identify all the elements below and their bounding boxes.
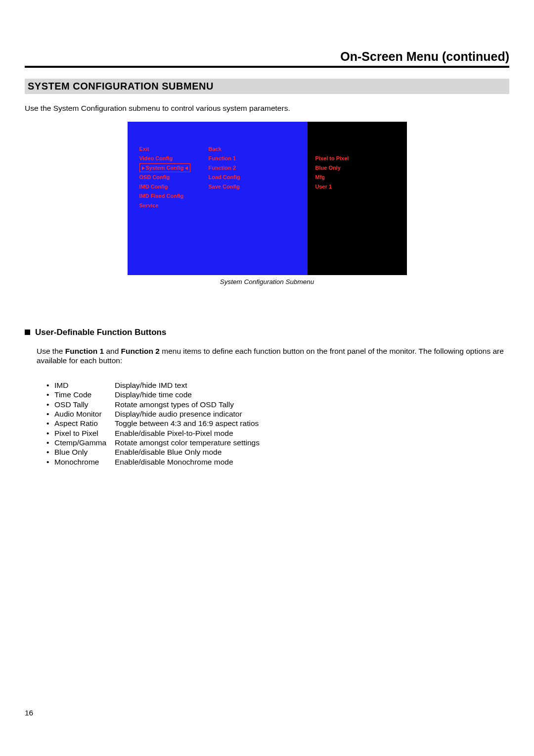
osd-value-item: Blue Only (315, 163, 402, 173)
option-row: •MonochromeEnable/disable Monochrome mod… (46, 457, 509, 467)
bullet-icon: • (46, 390, 54, 399)
option-name: Monochrome (54, 457, 115, 467)
sub-para-b1: Function 1 (65, 347, 104, 355)
sub-para-mid: and (104, 347, 121, 355)
osd-black-panel: Pixel to PixelBlue OnlyMfgUser 1 (308, 122, 407, 275)
osd-figure-wrap: ExitVideo ConfigSystem ConfigOSD ConfigI… (25, 122, 509, 286)
option-desc: Rotate amongst color temperature setting… (115, 438, 509, 447)
option-name: OSD Tally (54, 400, 115, 409)
triangle-left-icon (185, 166, 188, 170)
option-name: Aspect Ratio (54, 419, 115, 428)
options-list: •IMDDisplay/hide IMD text•Time CodeDispl… (37, 380, 509, 467)
option-desc: Enable/disable Pixel-to-Pixel mode (115, 428, 509, 438)
osd-menu-item: Service (139, 201, 209, 210)
sub-para-pre: Use the (37, 347, 65, 355)
intro-text: Use the System Configuration submenu to … (25, 104, 509, 113)
osd-menu-item: Back (209, 144, 298, 154)
option-name: Audio Monitor (54, 409, 115, 419)
sub-heading: User-Definable Function Buttons (25, 328, 509, 337)
page-title: On-Screen Menu (continued) (25, 49, 509, 68)
bullet-icon: • (46, 400, 54, 409)
triangle-right-icon (142, 166, 145, 170)
figure-caption: System Configuration Submenu (128, 278, 407, 285)
bullet-icon: • (46, 409, 54, 419)
option-row: •OSD TallyRotate amongst types of OSD Ta… (46, 400, 509, 409)
osd-menu-item: Save Config (209, 182, 298, 191)
osd-menu-item: IMD Config (139, 182, 209, 191)
option-row: •Blue OnlyEnable/disable Blue Only mode (46, 447, 509, 457)
option-name: IMD (54, 380, 115, 390)
sub-paragraph: Use the Function 1 and Function 2 menu i… (37, 346, 509, 366)
option-desc: Display/hide time code (115, 390, 509, 399)
sub-body: Use the Function 1 and Function 2 menu i… (25, 346, 509, 467)
section-heading: SYSTEM CONFIGURATION SUBMENU (25, 79, 509, 94)
bullet-icon: • (46, 447, 54, 457)
sub-para-b2: Function 2 (121, 347, 160, 355)
option-desc: Enable/disable Blue Only mode (115, 447, 509, 457)
option-desc: Display/hide IMD text (115, 380, 509, 390)
bullet-icon: • (46, 457, 54, 467)
osd-menu-item: Function 2 (209, 163, 298, 173)
osd-menu-col1: ExitVideo ConfigSystem ConfigOSD ConfigI… (139, 144, 209, 210)
option-desc: Enable/disable Monochrome mode (115, 457, 509, 467)
option-desc: Rotate amongst types of OSD Tally (115, 400, 509, 409)
option-name: Blue Only (54, 447, 115, 457)
osd-menu-col2: BackFunction 1Function 2Load ConfigSave … (209, 144, 298, 210)
option-row: •IMDDisplay/hide IMD text (46, 380, 509, 390)
osd-menu-item: Function 1 (209, 154, 298, 163)
bullet-icon: • (46, 438, 54, 447)
osd-menu-item: Load Config (209, 173, 298, 182)
osd-blue-panel: ExitVideo ConfigSystem ConfigOSD ConfigI… (128, 122, 308, 275)
osd-menu-col3: Pixel to PixelBlue OnlyMfgUser 1 (315, 144, 402, 191)
osd-menu-item-selected: System Config (139, 163, 190, 172)
option-row: •Aspect RatioToggle between 4:3 and 16:9… (46, 419, 509, 428)
osd-menu-item-label: System Config (146, 165, 184, 171)
osd-screen: ExitVideo ConfigSystem ConfigOSD ConfigI… (128, 122, 407, 275)
osd-menu-item: OSD Config (139, 173, 209, 182)
option-name: Ctemp/Gamma (54, 438, 115, 447)
bullet-icon: • (46, 419, 54, 428)
page-number: 16 (25, 709, 33, 717)
osd-menu-item: Exit (139, 144, 209, 154)
osd-value-item: Mfg (315, 173, 402, 182)
bullet-icon: • (46, 428, 54, 438)
osd-menu-item: IMD Fixed Config (139, 191, 209, 201)
osd-value-item: User 1 (315, 182, 402, 191)
option-row: •Time CodeDisplay/hide time code (46, 390, 509, 399)
option-row: •Pixel to PixelEnable/disable Pixel-to-P… (46, 428, 509, 438)
osd-menu-item: Video Config (139, 154, 209, 163)
osd-spacer (315, 144, 402, 154)
osd-value-item: Pixel to Pixel (315, 154, 402, 163)
osd-menu-item: System Config (139, 163, 209, 173)
bullet-icon: • (46, 380, 54, 390)
option-row: •Ctemp/GammaRotate amongst color tempera… (46, 438, 509, 447)
option-desc: Toggle between 4:3 and 16:9 aspect ratio… (115, 419, 509, 428)
sub-heading-text: User-Definable Function Buttons (35, 328, 166, 337)
square-bullet-icon (25, 330, 30, 335)
option-name: Pixel to Pixel (54, 428, 115, 438)
option-desc: Display/hide audio presence indicator (115, 409, 509, 419)
option-row: •Audio MonitorDisplay/hide audio presenc… (46, 409, 509, 419)
option-name: Time Code (54, 390, 115, 399)
